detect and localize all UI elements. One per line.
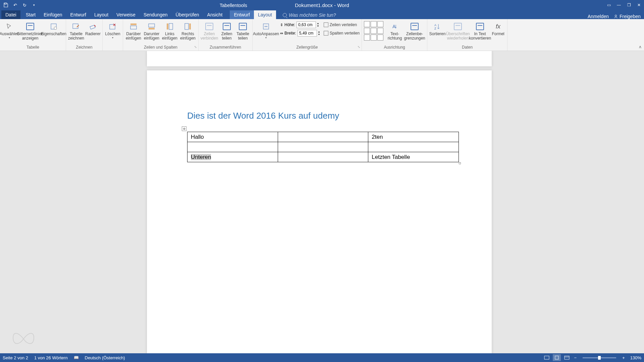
- tab-einfuegen[interactable]: Einfügen: [40, 10, 66, 19]
- svg-point-1: [615, 15, 616, 17]
- table-cell[interactable]: Hallo: [187, 132, 278, 142]
- eigenschaften-button[interactable]: Eigenschaften: [44, 21, 64, 37]
- collapse-ribbon-icon[interactable]: ʌ: [639, 45, 641, 49]
- spinner-down-icon[interactable]: ▾: [318, 33, 320, 36]
- group-label-zusammenfuehren: Zusammenführen: [201, 45, 250, 50]
- word-count[interactable]: 1 von 26 Wörtern: [34, 355, 68, 360]
- tab-ueberpruefen[interactable]: Überprüfen: [172, 10, 203, 19]
- table-cell[interactable]: [278, 142, 368, 152]
- tabelle-teilen-button[interactable]: Tabelle teilen: [235, 21, 250, 41]
- height-input[interactable]: [297, 21, 316, 28]
- dialog-launcher-icon[interactable]: ⤡: [358, 45, 360, 49]
- align-top-center[interactable]: [371, 21, 377, 27]
- tab-verweise[interactable]: Verweise: [112, 10, 140, 19]
- group-daten: AZ Sortieren Überschriften wiederholen I…: [427, 19, 507, 51]
- tab-file[interactable]: Datei: [1, 10, 20, 19]
- document-heading[interactable]: Dies ist der Word 2016 Kurs auf udemy: [187, 111, 451, 121]
- sortieren-button[interactable]: AZ Sortieren: [429, 21, 445, 37]
- height-icon: ⇕: [280, 23, 283, 27]
- close-icon[interactable]: ✕: [634, 0, 644, 10]
- share-button[interactable]: Freigeben: [613, 14, 641, 19]
- height-label: Höhe:: [284, 22, 295, 27]
- selected-text[interactable]: Unteren: [191, 154, 211, 160]
- autoanpassen-button[interactable]: AutoAnpassen ▾: [255, 21, 277, 40]
- rechts-einfuegen-button[interactable]: Rechts einfügen: [179, 21, 196, 41]
- minimize-icon[interactable]: —: [614, 0, 624, 10]
- tab-start[interactable]: Start: [22, 10, 40, 19]
- align-top-right[interactable]: [377, 21, 383, 27]
- tab-ansicht[interactable]: Ansicht: [203, 10, 227, 19]
- redo-icon[interactable]: ↻: [21, 2, 28, 8]
- table-row: Hallo 2ten: [187, 132, 459, 142]
- zoom-out-button[interactable]: −: [573, 355, 578, 360]
- save-icon[interactable]: [3, 2, 9, 8]
- insert-right-icon: [183, 22, 193, 31]
- read-mode-icon[interactable]: [543, 354, 551, 361]
- language-indicator[interactable]: Deutsch (Österreich): [85, 355, 125, 360]
- svg-rect-10: [149, 28, 155, 29]
- page[interactable]: Dies ist der Word 2016 Kurs auf udemy ✥ …: [147, 70, 492, 353]
- gitternetzlinien-button[interactable]: Gitternetzlinien anzeigen: [18, 21, 42, 41]
- darunter-einfuegen-button[interactable]: Darunter einfügen: [143, 21, 160, 41]
- table-cell[interactable]: 2ten: [368, 132, 459, 142]
- radierer-button[interactable]: Radierer: [86, 21, 100, 37]
- formel-button[interactable]: fx Formel: [491, 21, 505, 37]
- tabelle-zeichnen-button[interactable]: Tabelle zeichnen: [68, 21, 84, 41]
- width-spinner[interactable]: ⇔ Breite: ▴▾: [280, 29, 320, 37]
- textrichtung-button[interactable]: A Text-richtung: [387, 21, 403, 41]
- table-resize-handle-icon[interactable]: [459, 162, 461, 164]
- auswaehlen-button[interactable]: Auswählen ▾: [2, 21, 17, 40]
- align-bot-right[interactable]: [377, 35, 383, 41]
- table-cell[interactable]: Letzten Tabelle: [368, 152, 459, 162]
- align-mid-right[interactable]: [377, 28, 383, 34]
- zoom-thumb[interactable]: [598, 356, 601, 360]
- align-bot-left[interactable]: [364, 35, 370, 41]
- dialog-launcher-icon[interactable]: ⤡: [194, 45, 197, 49]
- share-label: Freigeben: [620, 14, 641, 19]
- width-input[interactable]: [298, 30, 317, 37]
- tell-me-search[interactable]: Was möchten Sie tun?: [280, 11, 339, 19]
- align-bot-center[interactable]: [371, 35, 377, 41]
- zellen-teilen-button[interactable]: Zellen teilen: [219, 21, 234, 41]
- tab-entwurf[interactable]: Entwurf: [66, 10, 90, 19]
- restore-icon[interactable]: ❐: [624, 0, 634, 10]
- spalten-verteilen-button[interactable]: Spalten verteilen: [324, 29, 360, 37]
- zoom-level[interactable]: 130%: [630, 355, 641, 360]
- links-einfuegen-button[interactable]: Links einfügen: [161, 21, 178, 41]
- in-text-konvertieren-button[interactable]: In Text konvertieren: [470, 21, 490, 41]
- align-mid-left[interactable]: [364, 28, 370, 34]
- zoom-in-button[interactable]: +: [621, 355, 626, 360]
- height-spinner[interactable]: ⇕ Höhe: ▴▾: [280, 21, 320, 28]
- page-indicator[interactable]: Seite 2 von 2: [3, 355, 28, 360]
- darueber-einfuegen-button[interactable]: Darüber einfügen: [125, 21, 142, 41]
- tab-table-layout[interactable]: Layout: [254, 10, 276, 19]
- table-cell[interactable]: [278, 152, 368, 162]
- undo-icon[interactable]: ↶: [12, 2, 18, 8]
- table-cell[interactable]: Unteren: [187, 152, 278, 162]
- table-cell[interactable]: [278, 132, 368, 142]
- tab-table-entwurf[interactable]: Entwurf: [230, 10, 254, 19]
- ribbon-display-icon[interactable]: ▭: [604, 0, 614, 10]
- proofing-icon[interactable]: 📖: [74, 355, 79, 360]
- sign-in-link[interactable]: Anmelden: [588, 14, 609, 19]
- print-layout-icon[interactable]: [553, 354, 561, 361]
- qat-customize-icon[interactable]: ▾: [31, 2, 37, 8]
- table-cell[interactable]: [187, 142, 278, 152]
- zeilen-verteilen-button[interactable]: Zeilen verteilen: [324, 21, 360, 28]
- align-top-left[interactable]: [364, 21, 370, 27]
- align-mid-center[interactable]: [371, 28, 377, 34]
- loeschen-button[interactable]: Löschen ▾: [105, 21, 121, 40]
- tab-sendungen[interactable]: Sendungen: [140, 10, 172, 19]
- group-label-zellengroesse: Zellengröße⤡: [255, 45, 360, 50]
- web-layout-icon[interactable]: [563, 354, 571, 361]
- document-table[interactable]: Hallo 2ten Unteren Letzten Tabelle: [187, 132, 459, 162]
- table-move-handle-icon[interactable]: ✥: [182, 126, 186, 131]
- zellenbegrenzungen-button[interactable]: Zellenbe-grenzungen: [404, 21, 425, 41]
- document-title: Dokument1.docx - Word: [295, 2, 349, 8]
- table-cell[interactable]: [368, 142, 459, 152]
- merge-cells-icon: [205, 22, 214, 31]
- window-controls: ▭ — ❐ ✕: [604, 0, 644, 10]
- tab-layout[interactable]: Layout: [90, 10, 112, 19]
- zoom-slider[interactable]: [583, 357, 616, 358]
- spinner-down-icon[interactable]: ▾: [317, 25, 319, 27]
